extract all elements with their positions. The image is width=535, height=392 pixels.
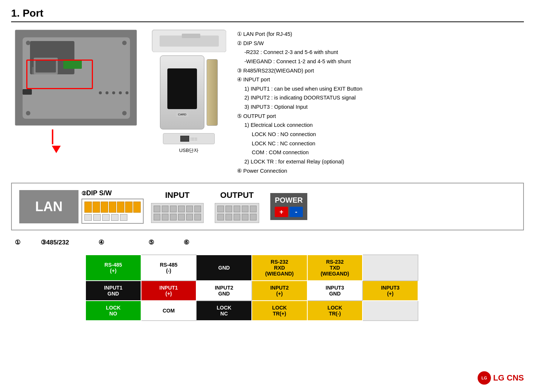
input-connector-visual — [151, 203, 204, 223]
output-pin9 — [242, 214, 248, 220]
input-pin8 — [162, 214, 168, 220]
port-diagram-inner: LAN ②DIP S/W — [19, 189, 516, 224]
power-label: POWER — [275, 196, 303, 205]
center-images: CARD ::::: USB단자 — [152, 30, 226, 154]
output-pin2 — [225, 206, 232, 212]
input-pin7 — [154, 214, 160, 220]
dip-sw3 — [101, 202, 108, 213]
output-pin6 — [217, 214, 224, 220]
lan-block: LAN — [19, 190, 78, 223]
dip-switch-visual — [81, 199, 144, 224]
dip-sq2 — [93, 214, 101, 221]
port-labels-row: ① ③485/232 ④ ⑤ ⑥ — [11, 238, 524, 247]
arrow-down-icon — [52, 146, 61, 153]
cell-empty-1 — [362, 255, 418, 281]
svg-point-7 — [26, 111, 30, 115]
dip-sq5 — [120, 214, 127, 221]
cell-input1-plus: INPUT1(+) — [141, 281, 197, 301]
output-pins-row2 — [217, 214, 257, 220]
port-diagram-container: LAN ②DIP S/W — [11, 183, 524, 230]
lg-cns-logo: LG LG CNS — [478, 371, 524, 385]
output-pins-row1 — [217, 206, 257, 212]
desc-item-2: ② DIP S/W — [237, 39, 524, 48]
desc-item-4a: 1) INPUT1 : can be used when using EXIT … — [237, 84, 524, 94]
description-text: ① LAN Port (for RJ-45) ② DIP S/W -R232 :… — [237, 30, 524, 175]
input-pin1 — [154, 206, 160, 212]
device-front-view: CARD — [160, 55, 204, 129]
desc-item-4: ④ INPUT port — [237, 75, 524, 84]
desc-item-4c: 3) INPUT3 : Optional Input — [237, 102, 524, 112]
device-top-svg — [152, 30, 226, 52]
pin-table-section: RS-485(+) RS-485(-) GND RS-232RXD(WIEGAN… — [85, 254, 513, 321]
usb-port-icon — [180, 136, 189, 142]
port-num-6: ⑥ — [184, 239, 189, 246]
input-pin6 — [194, 206, 201, 212]
output-pin7 — [225, 214, 232, 220]
dip-sq3 — [102, 214, 110, 221]
lg-circle-text: LG — [481, 376, 487, 380]
dip-block: ②DIP S/W — [81, 189, 144, 224]
input-pins-row1 — [154, 206, 201, 212]
cell-com: COM — [141, 301, 197, 321]
device-side-view — [207, 59, 218, 126]
pin-row-2: INPUT1GND INPUT1(+) INPUT2GND INPUT2(+) … — [86, 281, 418, 301]
dip-sq1 — [84, 214, 92, 221]
port-num-5: ⑤ — [148, 239, 154, 246]
top-section: CARD ::::: USB단자 ① LAN Port (for RJ-45) … — [11, 30, 524, 175]
device-front-side: CARD — [160, 55, 218, 129]
svg-rect-20 — [182, 34, 200, 38]
dip-label: ②DIP S/W — [81, 189, 112, 197]
cell-gnd-1: GND — [196, 255, 252, 281]
desc-item-2b: -WIEGAND : Connect 1-2 and 4-5 with shun… — [237, 57, 524, 66]
cell-input2-gnd: INPUT2GND — [196, 281, 252, 301]
svg-point-5 — [26, 41, 30, 45]
output-label: OUTPUT — [220, 190, 254, 200]
cell-input3-plus: INPUT3(+) — [362, 281, 418, 301]
cell-lock-tr-plus: LOCKTR(+) — [252, 301, 307, 321]
dip-sw5 — [117, 202, 124, 213]
svg-point-13 — [119, 91, 122, 94]
device-photo-inner — [15, 30, 137, 125]
port-num-4: ④ — [98, 239, 104, 246]
output-pin5 — [250, 206, 257, 212]
lg-cns-text: LG CNS — [493, 373, 524, 383]
input-pin11 — [186, 214, 193, 220]
output-pin4 — [242, 206, 248, 212]
port-num-1: ① — [15, 239, 20, 246]
usb-section: ::::: USB단자 — [163, 133, 215, 154]
lan-label: LAN — [35, 199, 63, 214]
dip-sq4 — [111, 214, 118, 221]
desc-item-3: ③ R485/RS232(WIEGAND) port — [237, 66, 524, 75]
device-screen — [167, 68, 197, 109]
svg-point-8 — [122, 111, 127, 115]
output-pin10 — [250, 214, 257, 220]
usb-device-image: ::::: — [163, 133, 215, 144]
cell-input2-plus: INPUT2(+) — [252, 281, 307, 301]
output-pin3 — [234, 206, 240, 212]
input-block: INPUT — [151, 190, 204, 223]
desc-item-5a1: LOCK NO : NO connection — [237, 130, 524, 139]
dip-circle-num: ② — [81, 190, 86, 196]
desc-item-1: ① LAN Port (for RJ-45) — [237, 30, 524, 39]
cell-empty-2 — [362, 301, 418, 321]
page-title: 1. Port — [11, 7, 524, 22]
cell-lock-no: LOCKNO — [86, 301, 141, 321]
page-container: 1. Port — [0, 0, 535, 328]
cell-input3-gnd: INPUT3GND — [307, 281, 363, 301]
dip-row2 — [84, 214, 141, 221]
device-top-view — [152, 30, 226, 52]
red-highlight-box — [26, 60, 93, 89]
input-pin4 — [178, 206, 185, 212]
input-pin2 — [162, 206, 168, 212]
cell-rs485-minus: RS-485(-) — [141, 255, 197, 281]
output-block: OUTPUT — [215, 190, 259, 223]
svg-point-12 — [112, 91, 115, 94]
desc-item-5a2: LOCK NC : NC connection — [237, 139, 524, 148]
cell-rs232-txd: RS-232TXD(WIEGAND) — [307, 255, 363, 281]
device-photo-area — [11, 30, 141, 153]
pin-row-1: RS-485(+) RS-485(-) GND RS-232RXD(WIEGAN… — [86, 255, 418, 281]
input-label: INPUT — [165, 190, 190, 200]
cell-rs232-rxd: RS-232RXD(WIEGAND) — [252, 255, 307, 281]
output-pin8 — [234, 214, 240, 220]
input-pin9 — [170, 214, 177, 220]
